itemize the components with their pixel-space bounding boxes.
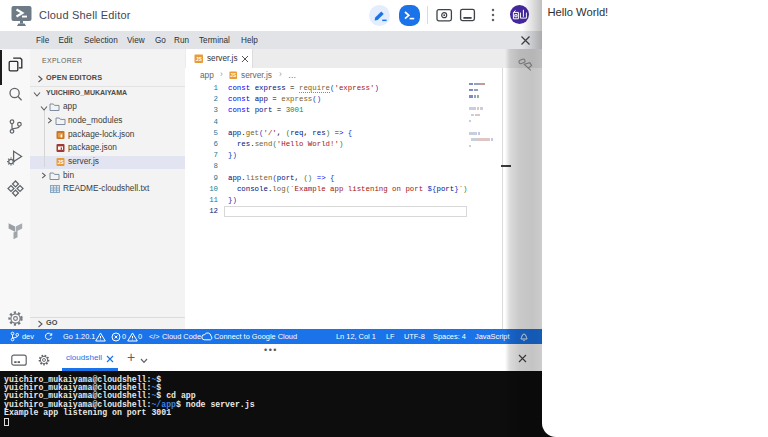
svg-text:JS: JS bbox=[230, 73, 236, 78]
svg-text:JS: JS bbox=[57, 159, 64, 165]
svg-text:JS: JS bbox=[196, 56, 203, 62]
